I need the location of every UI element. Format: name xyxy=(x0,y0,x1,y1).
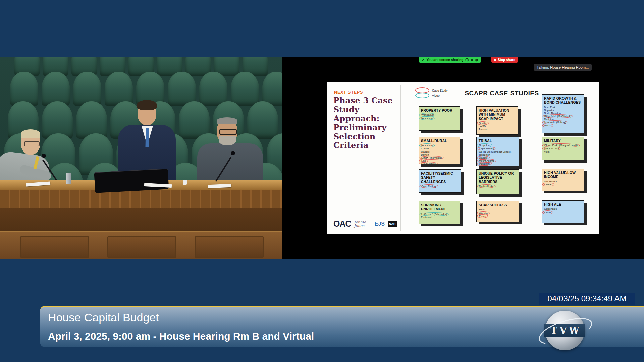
chair xyxy=(199,72,227,106)
case-box-item: Cape Flattery xyxy=(421,185,459,188)
banner-subtitle: April 3, 2025, 9:00 am - House Hearing R… xyxy=(48,330,314,342)
case-box-item: Cape Flattery xyxy=(479,147,517,150)
shield-icon[interactable]: ◈ xyxy=(471,58,473,62)
district-name: Taholah xyxy=(479,165,488,166)
case-box-military: MILITARYClover Park* (Morgan/Leavitt)Med… xyxy=(542,137,584,160)
district-name: Cape Flattery xyxy=(421,185,436,188)
case-box-item: Medical Lake xyxy=(479,185,517,188)
screen-sharing-bar[interactable]: ↗ You are screen sharing ⓘ ◈ ◍ xyxy=(419,57,481,63)
case-box-item: Omak xyxy=(544,211,582,214)
talking-indicator: Talking: House Hearing Room... xyxy=(534,64,592,71)
case-box-item: Eastmont xyxy=(421,216,458,219)
case-box-item: Colville xyxy=(421,147,458,150)
speaker-middle-tie xyxy=(146,128,149,147)
desk-lower-panel xyxy=(0,231,282,259)
desk-trim xyxy=(0,190,282,208)
video-ellipse-icon xyxy=(415,93,429,98)
thermos xyxy=(66,173,71,184)
case-box-item: Wa He Lut (Compact School) xyxy=(479,150,517,153)
speaker-right-glasses xyxy=(219,129,237,135)
district-name: Mount Baker xyxy=(421,162,436,164)
hearing-room-video xyxy=(0,57,282,259)
timestamp: 04/03/25 09:34:49 AM xyxy=(548,294,627,303)
case-box-item: Taholah xyxy=(479,165,517,166)
district-name: Napavine xyxy=(544,109,555,112)
district-name: LWSD xyxy=(479,125,486,128)
case-box-high-valuation: HIGH VALUATION WITH MINIMUM SCAP IMPACTS… xyxy=(476,106,518,135)
red-circle-annotation: Medical Lake xyxy=(477,184,496,188)
district-name: Colville xyxy=(421,147,429,150)
case-box-facility-seismic: FACILITY/SEISMIC SAFETY CHALLENGESCape F… xyxy=(419,169,461,193)
case-box-title: PROPERTY POOR xyxy=(421,108,458,112)
info-icon[interactable]: ⓘ xyxy=(465,58,469,62)
district-name: Cape Flattery xyxy=(479,147,494,150)
slide-logos: OAC Jennie Jones EJS NAC xyxy=(333,219,397,229)
screen-sharing-status: You are screen sharing xyxy=(426,58,463,62)
stop-icon xyxy=(494,59,496,61)
case-box-item: LaCrosse* (Schroeder) xyxy=(421,213,458,216)
speaker-right-beard xyxy=(219,136,236,145)
slide-title: Phase 3 Case Study Approach: Preliminary… xyxy=(333,96,400,150)
timestamp-box: 04/03/25 09:34:49 AM xyxy=(539,293,635,305)
slide-kicker: NEXT STEPS xyxy=(334,89,363,95)
speaker-left-hair xyxy=(21,129,40,138)
case-box-item: LWSD xyxy=(479,125,516,128)
district-name: Ridgefield* (McClintock) xyxy=(544,115,571,118)
case-box-item: Tacoma xyxy=(479,128,516,131)
district-name: Chelan xyxy=(544,183,552,186)
case-box-title: TRIBAL xyxy=(479,139,517,143)
legend-video: Video xyxy=(415,93,440,98)
case-box-item: Seattle xyxy=(479,122,516,125)
case-box-high-value-low-income: HIGH VALUE/LOW INCOMEOak HarborChelan xyxy=(542,169,584,191)
case-box-scap-success: SCAP SUCCESSSelahWapatoPasco xyxy=(476,201,519,222)
case-box-title: FACILITY/SEISMIC SAFETY CHALLENGES xyxy=(421,171,459,184)
district-name: LaCrosse* (Schroeder) xyxy=(421,213,447,216)
district-name: Selah xyxy=(479,208,485,211)
district-name: Wahkiakum xyxy=(421,113,434,116)
red-circle-annotation: Chelan xyxy=(542,183,554,186)
case-box-title: HIGH VALUATION WITH MINIMUM SCAP IMPACT xyxy=(479,108,516,121)
red-circle-annotation: Omak xyxy=(542,210,553,214)
case-box-unique-policy: UNIQUE POLICY OR LEGISLATIVE BARRIERSMed… xyxy=(476,169,519,194)
signal-icon[interactable]: ◍ xyxy=(475,58,478,62)
case-box-title: SHRINKING ENROLLMENT xyxy=(421,203,458,212)
case-box-item: Deer Park xyxy=(544,106,582,109)
case-box-high-ale: HIGH ALEGoldendaleOmak xyxy=(542,200,584,223)
desk-inset-panel xyxy=(107,236,176,258)
share-arrow-icon: ↗ xyxy=(422,58,424,62)
district-name: Nespelem xyxy=(421,117,433,120)
case-box-item: Pasco xyxy=(479,215,517,218)
case-box-title: SMALL/RURAL xyxy=(421,139,458,143)
red-circle-annotation: Mount Baker xyxy=(419,162,438,164)
teal-circle-annotation: Nespelem xyxy=(419,116,435,120)
district-name: Clover Park* (Morgan/Leavitt) xyxy=(544,144,578,147)
case-box-item: Yelm xyxy=(544,150,582,153)
red-circle-annotation: Pasco xyxy=(477,214,488,218)
district-name: Medical Lake xyxy=(479,185,494,188)
chair xyxy=(262,72,282,106)
broadcast-frame: ↗ You are screen sharing ⓘ ◈ ◍ Stop shar… xyxy=(0,0,644,362)
case-box-title: RAPID GROWTH & BOND CHALLENGES xyxy=(544,96,582,105)
district-name: Yelm xyxy=(544,150,549,153)
slide-divider xyxy=(400,85,401,231)
stop-share-button[interactable]: Stop share xyxy=(491,57,518,63)
case-box-item: Nespelem xyxy=(421,117,458,120)
presentation-slide: NEXT STEPS Phase 3 Case Study Approach: … xyxy=(327,82,599,234)
district-name: Nespelem xyxy=(421,144,433,147)
case-box-item: Nespelem xyxy=(421,144,458,147)
case-box-item: Chelan xyxy=(544,183,582,186)
district-name: Deer Park xyxy=(544,106,555,109)
microphone-right-tip xyxy=(231,151,235,155)
laptop-monitor xyxy=(94,168,169,193)
case-box-title: MILITARY xyxy=(544,139,582,143)
banner-title: House Capital Budget xyxy=(48,311,159,324)
district-name: Omak xyxy=(544,211,551,214)
chair xyxy=(10,72,38,106)
legend-case-study-label: Case Study xyxy=(432,89,448,92)
case-box-title: UNIQUE POLICY OR LEGISLATIVE BARRIERS xyxy=(479,171,517,184)
case-box-rapid-growth: RAPID GROWTH & BOND CHALLENGESDeer ParkN… xyxy=(542,94,584,133)
case-box-title: SCAP SUCCESS xyxy=(479,203,517,207)
jennie-jones-logo: Jennie Jones xyxy=(354,220,372,228)
case-box-item: Medical Lake xyxy=(544,147,582,150)
case-box-item: Pasco xyxy=(544,124,582,127)
